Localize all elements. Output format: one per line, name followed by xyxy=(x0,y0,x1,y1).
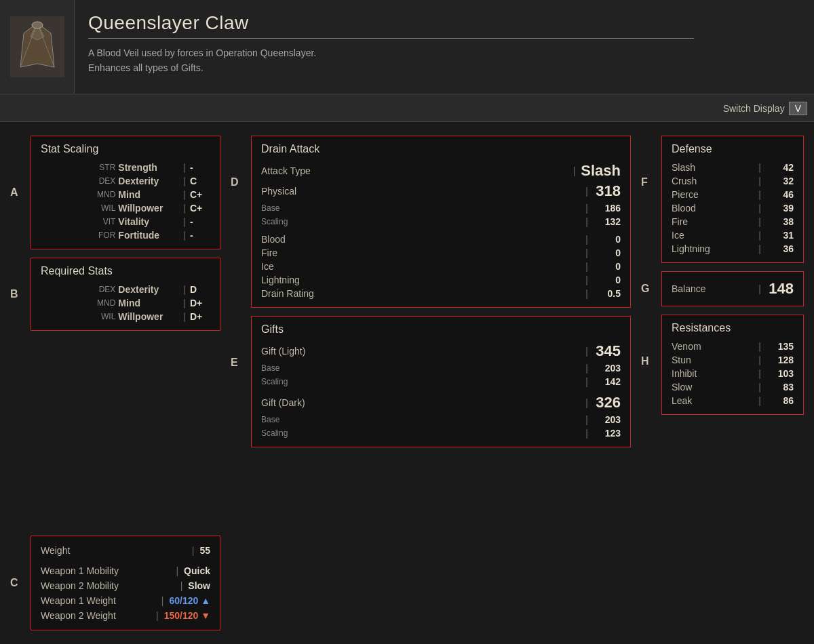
ice-label: Ice xyxy=(261,261,274,272)
wil-value: C+ xyxy=(190,203,210,214)
def-slash-value: 42 xyxy=(767,162,794,173)
section-label-c: C xyxy=(10,577,24,589)
gift-light-base-label: Base xyxy=(261,363,279,373)
physical-value: 318 xyxy=(594,182,621,200)
gift-light-label: Gift (Light) xyxy=(261,346,305,357)
def-ice-row: Ice | 31 xyxy=(672,228,794,242)
req-wil-row: WIL Willpower | D+ xyxy=(41,310,210,323)
left-column: A Stat Scaling STR Strength | - DEX Dext… xyxy=(10,136,220,630)
req-mnd-value: D+ xyxy=(190,298,210,308)
stat-for-row: FOR Fortitude | - xyxy=(41,228,210,242)
def-crush-value: 32 xyxy=(767,176,794,186)
def-ice-value: 31 xyxy=(767,230,794,241)
blood-label: Blood xyxy=(261,234,286,245)
req-mnd-name: Mind xyxy=(118,298,179,308)
stat-scaling-box: Stat Scaling STR Strength | - DEX Dexter… xyxy=(31,136,220,249)
for-value: - xyxy=(190,230,210,241)
switch-display-button[interactable]: Switch Display V xyxy=(723,102,807,115)
res-venom-value: 135 xyxy=(767,341,794,352)
res-stun-value: 128 xyxy=(767,355,794,365)
balance-section: G Balance | 148 xyxy=(641,271,804,306)
stat-str-row: STR Strength | - xyxy=(41,161,210,174)
def-blood-value: 39 xyxy=(767,203,794,214)
section-label-g: G xyxy=(641,283,655,295)
res-inhibit-row: Inhibit | 103 xyxy=(672,367,794,380)
stat-scaling-section: A Stat Scaling STR Strength | - DEX Dext… xyxy=(10,136,220,249)
required-stats-title: Required Stats xyxy=(41,265,210,277)
balance-row: Balance | 148 xyxy=(672,279,794,299)
gift-dark-base-label: Base xyxy=(261,415,279,424)
res-leak-value: 86 xyxy=(767,395,794,406)
resistances-box: Resistances Venom | 135 Stun | 128 Inhib… xyxy=(661,315,804,415)
svg-point-4 xyxy=(32,22,43,28)
gift-light-scaling-label: Scaling xyxy=(261,377,288,386)
req-dex-value: D xyxy=(190,284,210,295)
section-label-e: E xyxy=(231,316,244,369)
item-title: Queenslayer Claw xyxy=(88,12,800,34)
drain-rating-row: Drain Rating | 0.5 xyxy=(261,287,621,300)
def-fire-label: Fire xyxy=(672,216,688,227)
gift-dark-value: 326 xyxy=(594,394,621,411)
header: Queenslayer Claw A Blood Veil used by fo… xyxy=(0,0,814,95)
mnd-value: C+ xyxy=(190,189,210,200)
weapon1-mobility-label: Weapon 1 Mobility xyxy=(41,565,119,576)
lightning-row: Lightning | 0 xyxy=(261,273,621,287)
lightning-label: Lightning xyxy=(261,275,300,285)
v-key-label: V xyxy=(789,102,807,115)
physical-label: Physical xyxy=(261,186,296,197)
def-blood-row: Blood | 39 xyxy=(672,201,794,215)
blood-row: Blood | 0 xyxy=(261,233,621,246)
weapon1-mobility-row: Weapon 1 Mobility | Quick xyxy=(41,563,210,578)
gifts-section: E Gifts Gift (Light) | 345 Base | 203 Sc… xyxy=(231,316,631,447)
physical-base-value: 186 xyxy=(594,203,621,214)
balance-box: Balance | 148 xyxy=(661,271,804,306)
section-label-d: D xyxy=(231,136,244,188)
def-fire-row: Fire | 38 xyxy=(672,215,794,228)
gift-light-base-row: Base | 203 xyxy=(261,361,621,375)
weight-mobility-box: Weight | 55 Weapon 1 Mobility | Quick We… xyxy=(31,536,220,630)
fire-label: Fire xyxy=(261,247,277,258)
fire-value: 0 xyxy=(594,247,621,258)
weapon2-weight-row: Weapon 2 Weight | 150/120 ▼ xyxy=(41,608,210,623)
def-slash-label: Slash xyxy=(672,162,695,173)
res-leak-label: Leak xyxy=(672,395,692,406)
attack-type-row: Attack Type | Slash xyxy=(261,161,621,181)
res-stun-row: Stun | 128 xyxy=(672,353,794,367)
stat-vit-row: VIT Vitality | - xyxy=(41,215,210,228)
gift-light-scaling-value: 142 xyxy=(594,376,621,387)
balance-label: Balance xyxy=(672,283,706,294)
req-mnd-row: MND Mind | D+ xyxy=(41,296,210,310)
resistances-section: H Resistances Venom | 135 Stun | 128 Inh… xyxy=(641,315,804,415)
ice-row: Ice | 0 xyxy=(261,260,621,273)
gift-light-scaling-row: Scaling | 142 xyxy=(261,375,621,388)
gift-dark-scaling-label: Scaling xyxy=(261,428,288,438)
resistances-title: Resistances xyxy=(672,322,794,334)
res-venom-row: Venom | 135 xyxy=(672,340,794,353)
str-value: - xyxy=(190,162,210,173)
gifts-box: Gifts Gift (Light) | 345 Base | 203 Scal… xyxy=(251,316,631,447)
gift-dark-label: Gift (Dark) xyxy=(261,397,305,408)
left-spacer xyxy=(10,339,220,527)
toolbar: Switch Display V xyxy=(0,95,814,122)
req-wil-name: Willpower xyxy=(118,311,179,322)
def-lightning-value: 36 xyxy=(767,243,794,254)
def-pierce-value: 46 xyxy=(767,189,794,200)
section-label-a: A xyxy=(10,186,24,199)
def-pierce-label: Pierce xyxy=(672,189,699,200)
res-inhibit-label: Inhibit xyxy=(672,368,697,379)
def-lightning-label: Lightning xyxy=(672,243,710,254)
res-venom-label: Venom xyxy=(672,341,701,352)
cloak-svg xyxy=(14,20,61,74)
item-description: A Blood Veil used by forces in Operation… xyxy=(88,45,800,76)
def-lightning-row: Lightning | 36 xyxy=(672,242,794,256)
res-slow-label: Slow xyxy=(672,382,692,393)
defense-section: F Defense Slash | 42 Crush | 32 Pierce |… xyxy=(641,136,804,263)
def-fire-value: 38 xyxy=(767,216,794,227)
physical-scaling-label: Scaling xyxy=(261,217,288,226)
section-label-h: H xyxy=(641,315,655,367)
header-text: Queenslayer Claw A Blood Veil used by fo… xyxy=(75,0,814,94)
weapon2-weight-label: Weapon 2 Weight xyxy=(41,610,116,621)
req-wil-abbr: WIL xyxy=(95,312,115,321)
gift-dark-base-value: 203 xyxy=(594,414,621,425)
physical-base-row: Base | 186 xyxy=(261,201,621,215)
